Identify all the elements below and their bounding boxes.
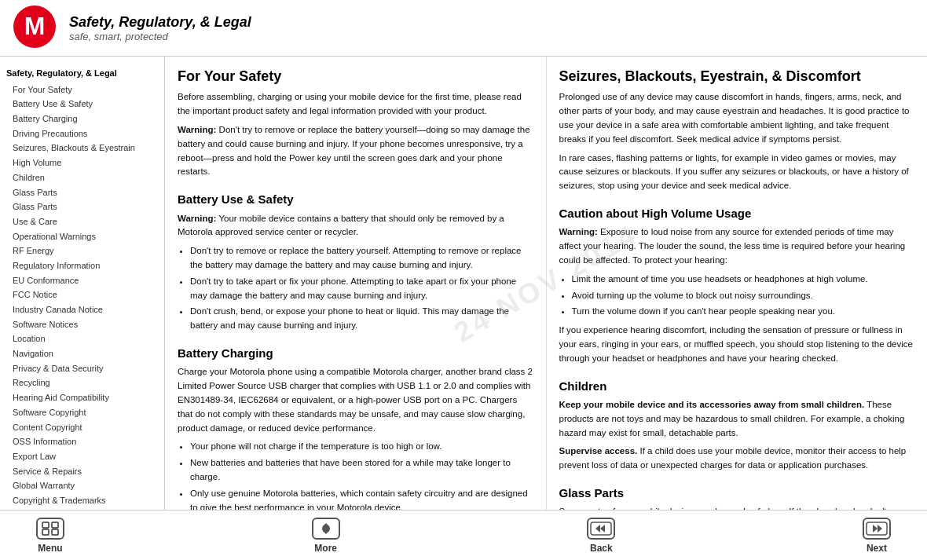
sidebar-item-navigation[interactable]: Navigation	[6, 346, 158, 361]
sidebar-item-driving[interactable]: Driving Precautions	[6, 126, 158, 141]
list-item: Don't try to remove or replace the batte…	[190, 244, 533, 273]
svg-marker-7	[323, 523, 329, 526]
list-item: Don't try to take apart or fix your phon…	[190, 275, 533, 303]
high-volume-heading: Caution about High Volume Usage	[559, 204, 915, 222]
sidebar-item-recycling[interactable]: Recycling	[6, 375, 158, 390]
sidebar-item-warranty[interactable]: Global Warranty	[6, 478, 158, 493]
glass-body: Some parts of your mobile device may be …	[559, 505, 915, 510]
svg-rect-3	[52, 522, 58, 528]
sidebar-item-rf-energy[interactable]: RF Energy	[6, 243, 158, 258]
list-item: Avoid turning up the volume to block out…	[572, 289, 915, 303]
battery-use-warning-text: Your mobile device contains a battery th…	[178, 214, 504, 237]
list-item: Limit the amount of time you use headset…	[572, 273, 915, 287]
sidebar-item-use-care[interactable]: Use & Care	[6, 214, 158, 229]
sidebar-item-hearing-aid[interactable]: Hearing Aid Compatibility	[6, 390, 158, 405]
svg-rect-4	[42, 529, 49, 535]
sidebar-item-glass-parts-2[interactable]: Glass Parts	[6, 199, 158, 214]
battery-use-heading: Battery Use & Safety	[178, 190, 533, 208]
header: M Safety, Regulatory, & Legal safe, smar…	[0, 0, 927, 57]
battery-use-warning-label: Warning:	[178, 214, 216, 223]
sidebar-item-children[interactable]: Children	[6, 170, 158, 185]
svg-rect-2	[42, 522, 49, 528]
svg-marker-8	[323, 531, 329, 534]
page-subtitle: safe, smart, protected	[69, 31, 251, 42]
sidebar: Safety, Regulatory, & Legal For Your Saf…	[0, 57, 165, 510]
sidebar-item-content-copyright[interactable]: Content Copyright	[6, 420, 158, 435]
svg-marker-14	[878, 525, 882, 533]
next-icon	[863, 518, 891, 540]
more-icon	[312, 518, 340, 540]
sidebar-item-eu[interactable]: EU Conformance	[6, 273, 158, 288]
next-button[interactable]: Next	[845, 518, 908, 554]
header-text: Safety, Regulatory, & Legal safe, smart,…	[69, 14, 251, 42]
battery-use-warning: Warning: Your mobile device contains a b…	[178, 212, 533, 240]
toc-title: Safety, Regulatory, & Legal	[6, 66, 158, 81]
list-item: New batteries and batteries that have be…	[190, 456, 533, 485]
high-volume-warning-text: Exposure to loud noise from any source f…	[559, 227, 906, 265]
svg-rect-5	[52, 529, 58, 535]
left-heading: For Your Safety	[178, 68, 533, 86]
svg-marker-10	[600, 525, 605, 533]
menu-button[interactable]: Menu	[19, 518, 82, 554]
list-item: Turn the volume down if you can't hear p…	[572, 305, 915, 319]
more-label: More	[314, 543, 337, 554]
sidebar-item-software-copyright[interactable]: Software Copyright	[6, 405, 158, 420]
children-bold-label: Keep your mobile device and its accessor…	[559, 400, 865, 409]
children-heading: Children	[559, 377, 915, 395]
sidebar-item-software-notices[interactable]: Software Notices	[6, 317, 158, 332]
sidebar-item-battery-charging[interactable]: Battery Charging	[6, 112, 158, 126]
left-warning: Warning: Don't try to remove or replace …	[178, 123, 533, 179]
battery-charging-heading: Battery Charging	[178, 344, 533, 362]
right-heading: Seizures, Blackouts, Eyestrain, & Discom…	[559, 68, 915, 86]
menu-icon	[36, 518, 64, 540]
next-label: Next	[867, 543, 887, 554]
sidebar-item-for-your-safety[interactable]: For Your Safety	[6, 82, 158, 97]
right-column: Seizures, Blackouts, Eyestrain, & Discom…	[547, 57, 928, 510]
sidebar-item-export[interactable]: Export Law	[6, 449, 158, 464]
svg-text:M: M	[24, 12, 46, 40]
back-label: Back	[590, 543, 613, 554]
sidebar-item-regulatory[interactable]: Regulatory Information	[6, 258, 158, 273]
high-volume-footer: If you experience hearing discomfort, in…	[559, 324, 915, 365]
high-volume-warning-label: Warning:	[559, 227, 598, 236]
footer: Menu More Back	[0, 510, 927, 560]
left-column: For Your Safety Before assembling, charg…	[165, 57, 547, 510]
battery-use-list: Don't try to remove or replace the batte…	[178, 244, 533, 333]
list-item: Your phone will not charge if the temper…	[190, 440, 533, 454]
svg-marker-11	[595, 525, 600, 533]
sidebar-item-oss[interactable]: OSS Information	[6, 434, 158, 449]
sidebar-item-glass-parts-1[interactable]: Glass Parts	[6, 185, 158, 200]
more-button[interactable]: More	[295, 518, 357, 554]
svg-marker-13	[873, 525, 878, 533]
sidebar-item-industry-canada[interactable]: Industry Canada Notice	[6, 302, 158, 317]
sidebar-item-high-volume[interactable]: High Volume	[6, 156, 158, 170]
glass-heading: Glass Parts	[559, 484, 915, 502]
children-supervise: Supervise access. If a child does use yo…	[559, 445, 915, 473]
left-intro: Before assembling, charging or using you…	[178, 90, 533, 119]
right-body1: Prolonged use of any device may cause di…	[559, 90, 915, 146]
sidebar-item-battery-use[interactable]: Battery Use & Safety	[6, 97, 158, 112]
sidebar-item-location[interactable]: Location	[6, 331, 158, 346]
main-layout: Safety, Regulatory, & Legal For Your Saf…	[0, 57, 927, 510]
sidebar-item-seizures[interactable]: Seizures, Blackouts & Eyestrain	[6, 141, 158, 156]
battery-charging-list: Your phone will not charge if the temper…	[178, 440, 533, 510]
high-volume-warning: Warning: Exposure to loud noise from any…	[559, 225, 915, 267]
sidebar-item-fcc[interactable]: FCC Notice	[6, 287, 158, 302]
children-body1: Keep your mobile device and its accessor…	[559, 398, 915, 440]
page-title: Safety, Regulatory, & Legal	[69, 14, 251, 31]
sidebar-item-copyright[interactable]: Copyright & Trademarks	[6, 493, 158, 508]
list-item: Don't crush, bend, or expose your phone …	[190, 305, 533, 333]
children-supervise-label: Supervise access.	[559, 446, 638, 456]
sidebar-item-privacy[interactable]: Privacy & Data Security	[6, 361, 158, 376]
left-warning-text: Don't try to remove or replace the batte…	[178, 125, 530, 176]
high-volume-list: Limit the amount of time you use headset…	[559, 273, 915, 319]
back-button[interactable]: Back	[570, 518, 632, 554]
logo: M	[13, 5, 69, 51]
content-area: 24 NOV 2014 For Your Safety Before assem…	[165, 57, 927, 510]
menu-label: Menu	[38, 543, 62, 554]
right-body2: In rare cases, flashing patterns or ligh…	[559, 152, 915, 193]
sidebar-item-operational[interactable]: Operational Warnings	[6, 229, 158, 244]
left-warning-label: Warning:	[178, 125, 216, 134]
back-icon	[587, 518, 615, 540]
sidebar-item-service[interactable]: Service & Repairs	[6, 464, 158, 479]
